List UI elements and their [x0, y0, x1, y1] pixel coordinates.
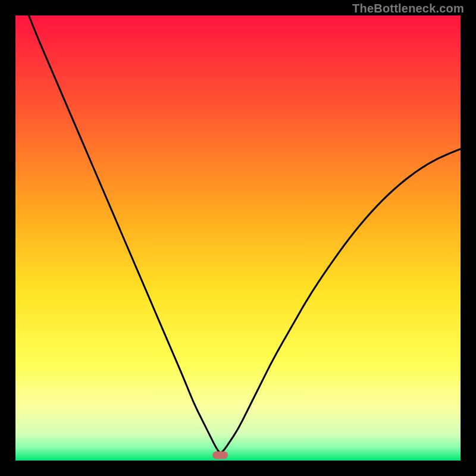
chart-canvas: [15, 15, 461, 461]
minimum-marker-group: [212, 452, 228, 459]
gradient-background: [15, 15, 461, 461]
chart-outer-frame: TheBottleneck.com: [0, 0, 476, 476]
minimum-marker: [212, 452, 228, 459]
watermark-text: TheBottleneck.com: [352, 2, 464, 15]
